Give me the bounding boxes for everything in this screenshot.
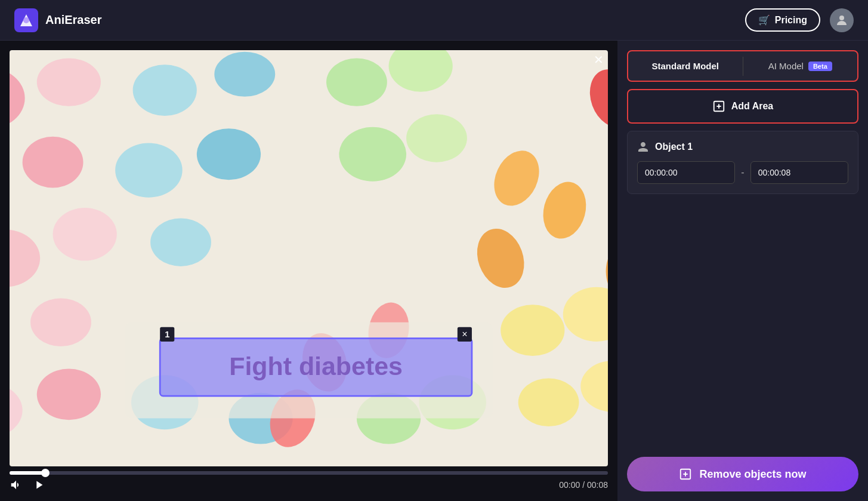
right-panel: Standard Model AI Model Beta Add Area <box>617 41 868 501</box>
pricing-label: Pricing <box>775 15 807 26</box>
object-card: Object 1 ▲ ▼ - ▲ ▼ <box>627 131 858 194</box>
logo-icon <box>14 8 38 32</box>
close-button[interactable]: ✕ <box>589 50 608 69</box>
remove-icon <box>679 468 692 481</box>
svg-point-17 <box>115 143 183 197</box>
add-area-icon <box>712 100 725 113</box>
object-header: Object 1 <box>637 141 848 153</box>
svg-point-30 <box>518 379 579 426</box>
header-right: 🛒 Pricing <box>745 8 854 32</box>
svg-point-25 <box>406 114 467 162</box>
time-start-input: ▲ ▼ <box>637 161 735 184</box>
volume-button[interactable] <box>10 478 23 491</box>
svg-point-8 <box>23 137 84 188</box>
header: AniEraser 🛒 Pricing <box>0 0 868 41</box>
svg-point-6 <box>37 58 101 106</box>
svg-point-22 <box>326 58 387 106</box>
left-panel: ✕ <box>0 41 617 501</box>
ai-model-button[interactable]: AI Model Beta <box>743 51 858 81</box>
object-icon <box>637 141 649 153</box>
progress-fill <box>10 471 45 475</box>
time-inputs: ▲ ▼ - ▲ ▼ <box>637 161 848 184</box>
pricing-button[interactable]: 🛒 Pricing <box>745 8 820 32</box>
svg-point-16 <box>214 52 275 97</box>
time-separator: - <box>741 167 744 178</box>
svg-point-14 <box>37 368 101 420</box>
progress-dot <box>41 469 50 477</box>
pricing-cart-icon: 🛒 <box>758 14 770 26</box>
user-avatar[interactable] <box>830 8 854 32</box>
svg-point-10 <box>53 208 117 260</box>
video-background: 1 × Fight diabetes <box>10 50 608 466</box>
svg-point-24 <box>339 127 406 182</box>
svg-point-18 <box>197 128 261 180</box>
time-start-field[interactable] <box>638 162 735 183</box>
time-display: 00:00 / 00:08 <box>559 480 608 490</box>
remove-objects-button[interactable]: Remove objects now <box>627 457 858 491</box>
model-selector: Standard Model AI Model Beta <box>627 50 858 82</box>
video-container: 1 × Fight diabetes <box>10 50 608 466</box>
svg-point-2 <box>23 17 29 23</box>
standard-model-button[interactable]: Standard Model <box>628 51 743 81</box>
svg-text:×: × <box>462 328 467 339</box>
svg-point-19 <box>150 218 211 266</box>
video-controls: 00:00 / 00:08 <box>10 471 608 491</box>
svg-point-15 <box>133 64 197 116</box>
beta-badge: Beta <box>808 62 832 71</box>
object-title: Object 1 <box>655 142 693 152</box>
progress-bar[interactable] <box>10 471 608 475</box>
time-end-input: ▲ ▼ <box>750 161 848 184</box>
svg-text:1: 1 <box>165 330 169 339</box>
svg-point-3 <box>839 16 844 20</box>
app-name: AniEraser <box>45 13 102 27</box>
play-button[interactable] <box>32 478 45 491</box>
svg-text:Fight diabetes: Fight diabetes <box>229 352 403 380</box>
header-left: AniEraser <box>14 8 102 32</box>
controls-left <box>10 478 45 491</box>
svg-point-12 <box>30 299 91 346</box>
main-content: ✕ <box>0 41 868 501</box>
controls-row: 00:00 / 00:08 <box>10 478 608 491</box>
svg-point-28 <box>501 305 564 356</box>
add-area-button[interactable]: Add Area <box>627 89 858 124</box>
time-end-field[interactable] <box>751 162 848 183</box>
